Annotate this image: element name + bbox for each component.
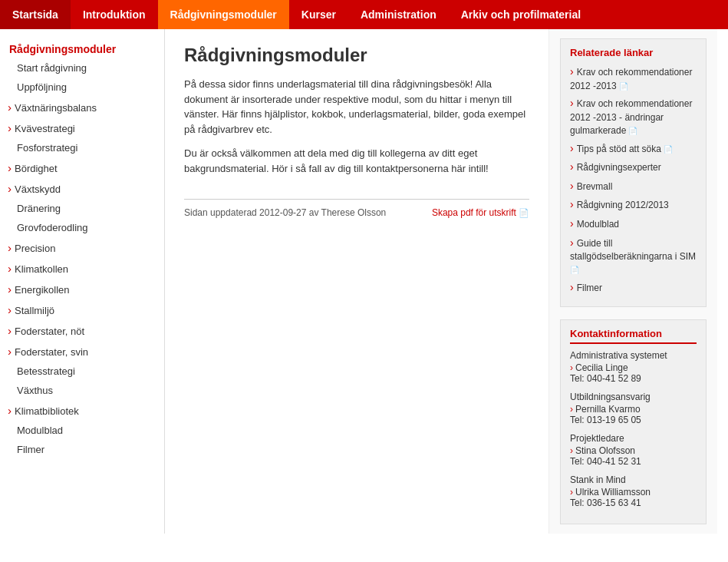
nav-item-administration[interactable]: Administration	[348, 0, 449, 29]
contact-group: UtbildningsansvarigPernilla KvarmoTel: 0…	[570, 392, 697, 425]
sidebar-item-precision[interactable]: Precision	[0, 237, 164, 258]
related-link[interactable]: Tips på stöd att söka	[570, 141, 697, 157]
intro-paragraph-2: Du är också välkommen att dela med dig t…	[184, 146, 529, 176]
contact-name-link[interactable]: Ulrika Williamsson	[570, 487, 697, 498]
sidebar-item-foderstater-svin[interactable]: Foderstater, svin	[0, 341, 164, 362]
sidebar-item-betesstrategi[interactable]: Betesstrategi	[0, 362, 164, 381]
related-links-title: Relaterade länkar	[570, 47, 697, 58]
nav-item-startsida[interactable]: Startsida	[0, 0, 71, 29]
contact-group: ProjektledareStina OlofssonTel: 040-41 5…	[570, 433, 697, 467]
sidebar-title[interactable]: Rådgivningsmoduler	[0, 37, 164, 58]
related-links-list: Krav och rekommendationer 2012 -2013Krav…	[570, 64, 697, 295]
sidebar-item-bördighet[interactable]: Bördighet	[0, 157, 164, 178]
pdf-link[interactable]: Skapa pdf för utskrift	[432, 207, 529, 218]
sidebar: Rådgivningsmoduler Start rådgivningUppfö…	[0, 29, 165, 534]
related-link[interactable]: Rådgivningsexperter	[570, 160, 697, 175]
sidebar-item-dränering[interactable]: Dränering	[0, 199, 164, 218]
right-sidebar: Relaterade länkar Krav och rekommendatio…	[548, 29, 717, 534]
sidebar-item-foderstater-nöt[interactable]: Foderstater, nöt	[0, 320, 164, 341]
document-icon	[626, 125, 637, 136]
related-link[interactable]: Krav och rekommendationer 2012 -2013 - ä…	[570, 96, 697, 137]
document-icon	[570, 264, 579, 275]
sidebar-item-uppföljning[interactable]: Uppföljning	[0, 78, 164, 97]
contact-role: Stank in Mind	[570, 474, 697, 485]
page-footer: Sidan uppdaterad 2012-09-27 av Therese O…	[184, 199, 529, 218]
contact-name-link[interactable]: Stina Olofsson	[570, 445, 697, 456]
related-link[interactable]: Krav och rekommendationer 2012 -2013	[570, 64, 697, 92]
intro-paragraph-1: På dessa sidor finns underlagsmaterial t…	[184, 77, 529, 137]
sidebar-item-fosforstrategi[interactable]: Fosforstrategi	[0, 138, 164, 157]
related-link[interactable]: Filmer	[570, 280, 697, 296]
contact-phone: Tel: 013-19 65 05	[570, 415, 697, 425]
nav-item-introduktion[interactable]: Introduktion	[71, 0, 158, 29]
related-link[interactable]: Brevmall	[570, 179, 697, 194]
contact-role: Projektledare	[570, 433, 697, 444]
nav-item-rådgivningsmoduler[interactable]: Rådgivningsmoduler	[158, 0, 289, 29]
sidebar-item-klimatbibliotek[interactable]: Klimatbibliotek	[0, 400, 164, 421]
related-links-box: Relaterade länkar Krav och rekommendatio…	[560, 38, 707, 307]
sidebar-item-start-rådgivning[interactable]: Start rådgivning	[0, 58, 164, 78]
contact-phone: Tel: 040-41 52 89	[570, 373, 697, 384]
sidebar-item-grovfoderodling[interactable]: Grovfoderodling	[0, 218, 164, 237]
contact-title: Kontaktinformation	[570, 328, 697, 344]
nav-item-kurser[interactable]: Kurser	[289, 0, 348, 29]
sidebar-item-klimatkollen[interactable]: Klimatkollen	[0, 258, 164, 279]
document-icon	[661, 144, 673, 154]
related-link[interactable]: Guide till stallgödselberäkningarna i SI…	[570, 236, 697, 276]
contact-role: Utbildningsansvarig	[570, 392, 697, 402]
document-icon	[617, 81, 628, 91]
contact-role: Administrativa systemet	[570, 350, 697, 361]
sidebar-item-växtnäringsbalans[interactable]: Växtnäringsbalans	[0, 97, 164, 117]
sidebar-item-modulblad[interactable]: Modulblad	[0, 421, 164, 440]
contact-group: Administrativa systemetCecilia LingeTel:…	[570, 350, 697, 384]
contact-groups: Administrativa systemetCecilia LingeTel:…	[570, 350, 697, 508]
related-link[interactable]: Modulblad	[570, 217, 697, 232]
page-title: Rådgivningsmoduler	[184, 45, 529, 66]
contact-name-link[interactable]: Cecilia Linge	[570, 362, 697, 373]
sidebar-item-kvävestrategi[interactable]: Kvävestrategi	[0, 117, 164, 138]
page-layout: Rådgivningsmoduler Start rådgivningUppfö…	[0, 29, 728, 534]
contact-phone: Tel: 040-41 52 31	[570, 456, 697, 467]
nav-item-arkiv-och-profilmaterial[interactable]: Arkiv och profilmaterial	[449, 0, 593, 29]
sidebar-item-stallmiljö[interactable]: Stallmiljö	[0, 299, 164, 320]
sidebar-item-filmer[interactable]: Filmer	[0, 440, 164, 459]
related-link[interactable]: Rådgivning 2012/2013	[570, 197, 697, 213]
top-navigation: StartsidaIntroduktionRådgivningsmodulerK…	[0, 0, 728, 29]
contact-name-link[interactable]: Pernilla Kvarmo	[570, 404, 697, 415]
last-updated: Sidan uppdaterad 2012-09-27 av Therese O…	[184, 207, 386, 218]
main-content: Rådgivningsmoduler På dessa sidor finns …	[165, 29, 548, 534]
contact-phone: Tel: 036-15 63 41	[570, 498, 697, 508]
sidebar-item-växthus[interactable]: Växthus	[0, 381, 164, 400]
sidebar-item-energikollen[interactable]: Energikollen	[0, 279, 164, 299]
sidebar-item-växtskydd[interactable]: Växtskydd	[0, 178, 164, 199]
contact-group: Stank in MindUlrika WilliamssonTel: 036-…	[570, 474, 697, 508]
contact-box: Kontaktinformation Administrativa system…	[560, 319, 707, 524]
